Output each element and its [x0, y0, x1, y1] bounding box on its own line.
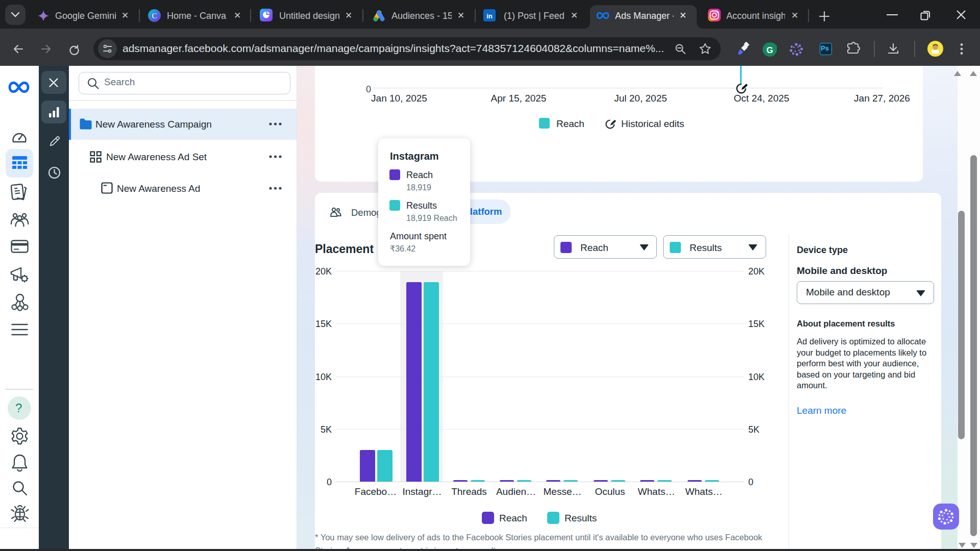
svg-text:C: C	[152, 12, 157, 20]
svg-text:in: in	[486, 12, 493, 20]
svg-text:G: G	[766, 45, 773, 55]
